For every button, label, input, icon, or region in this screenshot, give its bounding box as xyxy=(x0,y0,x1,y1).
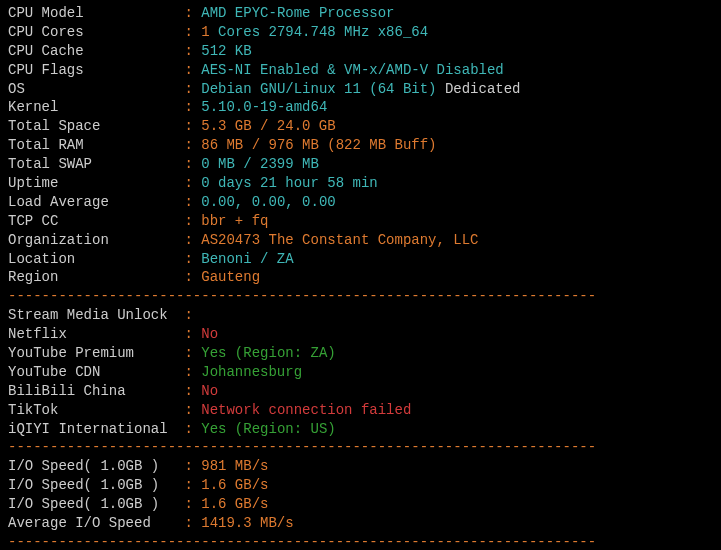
row-organization: Organization : AS20473 The Constant Comp… xyxy=(8,231,713,250)
label-stream-media: Stream Media Unlock xyxy=(8,307,168,323)
row-io2: I/O Speed( 1.0GB ) : 1.6 GB/s xyxy=(8,476,713,495)
value-aes: AES-NI Enabled xyxy=(201,62,319,78)
row-total-space: Total Space : 5.3 GB / 24.0 GB xyxy=(8,117,713,136)
label-region: Region xyxy=(8,269,58,285)
value-youtube-premium: Yes (Region: ZA) xyxy=(201,345,335,361)
label-cpu-flags: CPU Flags xyxy=(8,62,84,78)
label-cpu-cache: CPU Cache xyxy=(8,43,84,59)
row-cpu-cache: CPU Cache : 512 KB xyxy=(8,42,713,61)
value-io1: 981 MB/s xyxy=(201,458,268,474)
row-total-swap: Total SWAP : 0 MB / 2399 MB xyxy=(8,155,713,174)
value-cpu-cores-rest: Cores 2794.748 MHz x86_64 xyxy=(210,24,428,40)
sysinfo-block: CPU Model : AMD EPYC-Rome Processor CPU … xyxy=(8,4,713,287)
value-io2: 1.6 GB/s xyxy=(201,477,268,493)
value-tcp-cc: bbr + fq xyxy=(201,213,268,229)
value-tiktok: Network connection failed xyxy=(201,402,411,418)
row-region: Region : Gauteng xyxy=(8,268,713,287)
label-cpu-model: CPU Model xyxy=(8,5,84,21)
divider: ----------------------------------------… xyxy=(8,287,713,306)
value-location: Benoni / ZA xyxy=(201,251,293,267)
value-youtube-cdn: Johannesburg xyxy=(201,364,302,380)
io-block: I/O Speed( 1.0GB ) : 981 MB/s I/O Speed(… xyxy=(8,457,713,533)
label-cpu-cores: CPU Cores xyxy=(8,24,84,40)
label-io3: I/O Speed( 1.0GB ) xyxy=(8,496,159,512)
label-uptime: Uptime xyxy=(8,175,58,191)
value-netflix: No xyxy=(201,326,218,342)
divider: ----------------------------------------… xyxy=(8,438,713,457)
row-cpu-model: CPU Model : AMD EPYC-Rome Processor xyxy=(8,4,713,23)
divider: ----------------------------------------… xyxy=(8,533,713,550)
row-kernel: Kernel : 5.10.0-19-amd64 xyxy=(8,98,713,117)
value-iqiyi: Yes (Region: US) xyxy=(201,421,335,437)
label-iqiyi: iQIYI International xyxy=(8,421,168,437)
value-cpu-cache: 512 KB xyxy=(201,43,251,59)
label-tiktok: TikTok xyxy=(8,402,58,418)
value-region: Gauteng xyxy=(201,269,260,285)
row-total-ram: Total RAM : 86 MB / 976 MB (822 MB Buff) xyxy=(8,136,713,155)
row-youtube-cdn: YouTube CDN : Johannesburg xyxy=(8,363,713,382)
label-netflix: Netflix xyxy=(8,326,67,342)
value-uptime: 0 days 21 hour 58 min xyxy=(201,175,377,191)
value-total-space: 5.3 GB / 24.0 GB xyxy=(201,118,335,134)
row-os: OS : Debian GNU/Linux 11 (64 Bit) Dedica… xyxy=(8,80,713,99)
row-iqiyi: iQIYI International : Yes (Region: US) xyxy=(8,420,713,439)
value-vmx: VM-x/AMD-V Disabled xyxy=(344,62,504,78)
label-youtube-premium: YouTube Premium xyxy=(8,345,134,361)
value-io3: 1.6 GB/s xyxy=(201,496,268,512)
row-cpu-cores: CPU Cores : 1 Cores 2794.748 MHz x86_64 xyxy=(8,23,713,42)
row-stream-header: Stream Media Unlock : xyxy=(8,306,713,325)
row-cpu-flags: CPU Flags : AES-NI Enabled & VM-x/AMD-V … xyxy=(8,61,713,80)
value-kernel: 5.10.0-19-amd64 xyxy=(201,99,327,115)
value-cpu-cores-num: 1 xyxy=(201,24,209,40)
row-io3: I/O Speed( 1.0GB ) : 1.6 GB/s xyxy=(8,495,713,514)
label-organization: Organization xyxy=(8,232,109,248)
label-location: Location xyxy=(8,251,75,267)
label-io2: I/O Speed( 1.0GB ) xyxy=(8,477,159,493)
row-io-avg: Average I/O Speed : 1419.3 MB/s xyxy=(8,514,713,533)
row-tcp-cc: TCP CC : bbr + fq xyxy=(8,212,713,231)
value-organization: AS20473 The Constant Company, LLC xyxy=(201,232,478,248)
row-bilibili: BiliBili China : No xyxy=(8,382,713,401)
value-cpu-model: AMD EPYC-Rome Processor xyxy=(201,5,394,21)
label-io-avg: Average I/O Speed xyxy=(8,515,151,531)
row-youtube-premium: YouTube Premium : Yes (Region: ZA) xyxy=(8,344,713,363)
stream-block: Stream Media Unlock : Netflix : No YouTu… xyxy=(8,306,713,438)
label-total-ram: Total RAM xyxy=(8,137,84,153)
row-uptime: Uptime : 0 days 21 hour 58 min xyxy=(8,174,713,193)
label-bilibili: BiliBili China xyxy=(8,383,126,399)
label-kernel: Kernel xyxy=(8,99,58,115)
row-location: Location : Benoni / ZA xyxy=(8,250,713,269)
value-os-tag: Dedicated xyxy=(445,81,521,97)
row-io1: I/O Speed( 1.0GB ) : 981 MB/s xyxy=(8,457,713,476)
value-total-swap: 0 MB / 2399 MB xyxy=(201,156,319,172)
label-io1: I/O Speed( 1.0GB ) xyxy=(8,458,159,474)
label-youtube-cdn: YouTube CDN xyxy=(8,364,100,380)
value-io-avg: 1419.3 MB/s xyxy=(201,515,293,531)
row-tiktok: TikTok : Network connection failed xyxy=(8,401,713,420)
label-total-swap: Total SWAP xyxy=(8,156,92,172)
label-load-average: Load Average xyxy=(8,194,109,210)
value-total-ram: 86 MB / 976 MB (822 MB Buff) xyxy=(201,137,436,153)
label-total-space: Total Space xyxy=(8,118,100,134)
value-load-average: 0.00, 0.00, 0.00 xyxy=(201,194,335,210)
value-os: Debian GNU/Linux 11 (64 Bit) xyxy=(201,81,445,97)
value-bilibili: No xyxy=(201,383,218,399)
row-netflix: Netflix : No xyxy=(8,325,713,344)
label-os: OS xyxy=(8,81,25,97)
label-tcp-cc: TCP CC xyxy=(8,213,58,229)
row-load-average: Load Average : 0.00, 0.00, 0.00 xyxy=(8,193,713,212)
